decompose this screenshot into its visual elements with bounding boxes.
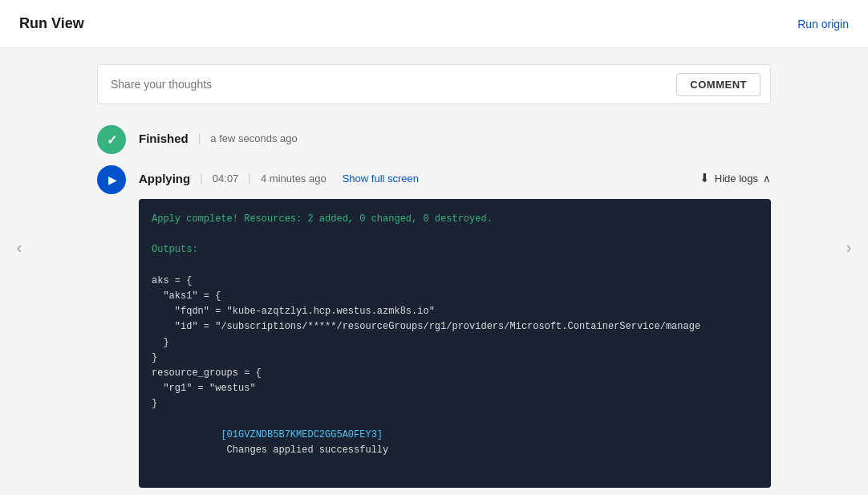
page-title: Run View [19, 15, 84, 32]
chevron-up-icon: ∧ [763, 172, 771, 185]
finished-icon: ✓ [97, 125, 126, 154]
terminal-line-13: } [152, 396, 758, 412]
terminal-line-6: "aks1" = { [152, 289, 758, 304]
terminal-line-11: resource_groups = { [152, 366, 758, 381]
finished-timestamp: a few seconds ago [210, 132, 297, 144]
terminal-line-10: } [152, 351, 758, 366]
steps-container: ✓ Finished | a few seconds ago ▶ Applyin… [97, 124, 771, 488]
applying-details: Applying | 04:07 | 4 minutes ago Show fu… [139, 164, 771, 488]
applying-duration: 04:07 [213, 172, 239, 185]
applying-header: Applying | 04:07 | 4 minutes ago Show fu… [139, 164, 771, 193]
hide-logs-button[interactable]: ⬇ Hide logs ∧ [700, 171, 771, 185]
terminal-line-7: "fqdn" = "kube-azqtzlyi.hcp.westus.azmk8… [152, 304, 758, 319]
finished-details: Finished | a few seconds ago [139, 124, 771, 152]
comment-input[interactable] [111, 78, 676, 91]
hide-logs-label: Hide logs [715, 172, 758, 185]
applying-divider1: | [200, 172, 203, 185]
log-text-1: Changes applied successfully [221, 444, 388, 456]
terminal-line-3: Outputs: [152, 242, 758, 258]
nav-arrow-right[interactable]: › [836, 235, 862, 261]
finished-header: Finished | a few seconds ago [139, 124, 771, 152]
comment-box: COMMENT [97, 64, 771, 104]
terminal-line-14: [01GVZNDB5B7KMEDC2GG5A0FEY3] Changes app… [152, 412, 758, 473]
terminal-line-5: aks = { [152, 274, 758, 289]
terminal-line-15: [01GVZNDB5B7KMEDC2GG5A0FEY3] Uploading t… [152, 473, 758, 488]
chevron-right-icon: › [846, 238, 852, 257]
applying-timestamp: 4 minutes ago [261, 172, 327, 185]
step-finished: ✓ Finished | a few seconds ago [97, 124, 771, 154]
check-icon: ✓ [107, 132, 117, 148]
main-content: COMMENT ✓ Finished | a few seconds ago ▶ [0, 48, 868, 495]
finished-label: Finished [139, 132, 189, 145]
run-origin-link[interactable]: Run origin [797, 18, 849, 30]
applying-icon: ▶ [97, 165, 126, 194]
applying-divider2: | [248, 172, 251, 185]
applying-label: Applying [139, 172, 190, 185]
chevron-left-icon: ‹ [17, 238, 22, 257]
finished-divider: | [198, 132, 201, 144]
comment-button[interactable]: COMMENT [676, 73, 761, 96]
fullscreen-link[interactable]: Show full screen [343, 172, 419, 185]
terminal-line-1: Apply complete! Resources: 2 added, 0 ch… [152, 212, 758, 227]
download-icon: ⬇ [700, 171, 710, 185]
header: Run View Run origin [0, 0, 868, 48]
step-applying: ▶ Applying | 04:07 | 4 minutes ago Show … [97, 164, 771, 488]
terminal-output: Apply complete! Resources: 2 added, 0 ch… [139, 199, 771, 488]
log-prefix-1: [01GVZNDB5B7KMEDC2GG5A0FEY3] [221, 429, 383, 440]
terminal-line-12: "rg1" = "westus" [152, 381, 758, 396]
nav-arrow-left[interactable]: ‹ [6, 235, 32, 261]
terminal-line-9: } [152, 335, 758, 351]
play-icon: ▶ [108, 173, 117, 186]
terminal-line-8: "id" = "/subscriptions/*****/resourceGro… [152, 319, 758, 335]
